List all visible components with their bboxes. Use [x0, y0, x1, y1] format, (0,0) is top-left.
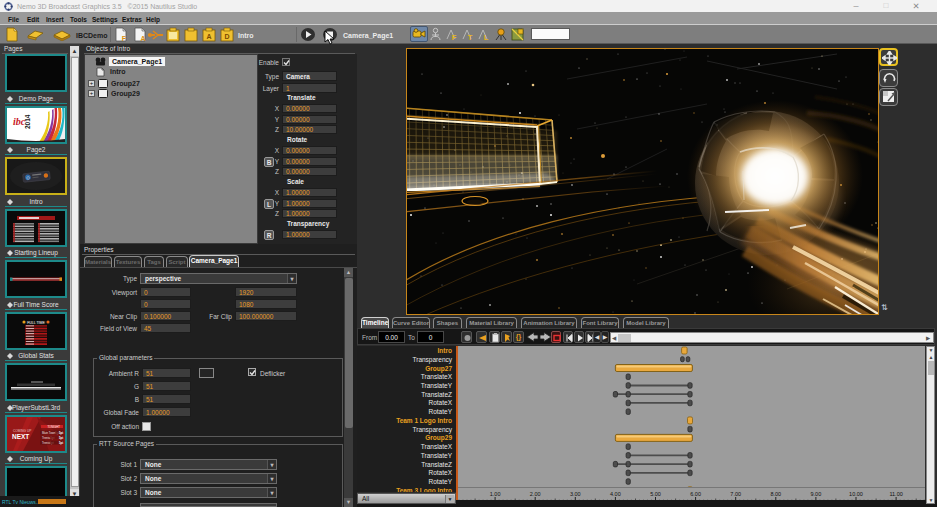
svg-text:3.00: 3.00	[570, 491, 581, 497]
svg-text:A: A	[140, 35, 145, 42]
svg-text:T: T	[468, 33, 473, 42]
svg-text:2014: 2014	[24, 114, 31, 129]
svg-text:4.00: 4.00	[610, 491, 621, 497]
svg-text:Main Town: Main Town	[42, 430, 56, 434]
svg-text:Trento: Trento	[42, 440, 50, 444]
svg-text:2.00: 2.00	[530, 491, 541, 497]
svg-text:D: D	[224, 33, 229, 40]
svg-text:1.00: 1.00	[490, 491, 501, 497]
svg-text:F: F	[122, 35, 127, 42]
svg-text:5pt: 5pt	[59, 430, 63, 434]
svg-text:F: F	[452, 33, 457, 42]
svg-text:8.00: 8.00	[770, 491, 781, 497]
svg-text:9.00: 9.00	[811, 491, 822, 497]
svg-text:NEXT: NEXT	[12, 433, 29, 440]
svg-text:Trenta: Trenta	[42, 435, 50, 439]
svg-text:5.00: 5.00	[650, 491, 661, 497]
svg-text:11.00: 11.00	[889, 491, 902, 497]
svg-text:FULL TIME: FULL TIME	[27, 320, 45, 324]
svg-text:5pt: 5pt	[59, 440, 63, 444]
svg-text:7.00: 7.00	[730, 491, 741, 497]
svg-text:A: A	[206, 33, 211, 40]
svg-text:6.00: 6.00	[690, 491, 701, 497]
svg-text:5pt: 5pt	[59, 435, 63, 439]
svg-text:10.00: 10.00	[849, 491, 863, 497]
svg-text:L: L	[484, 33, 489, 42]
svg-text:TONIGHT: TONIGHT	[47, 424, 60, 428]
